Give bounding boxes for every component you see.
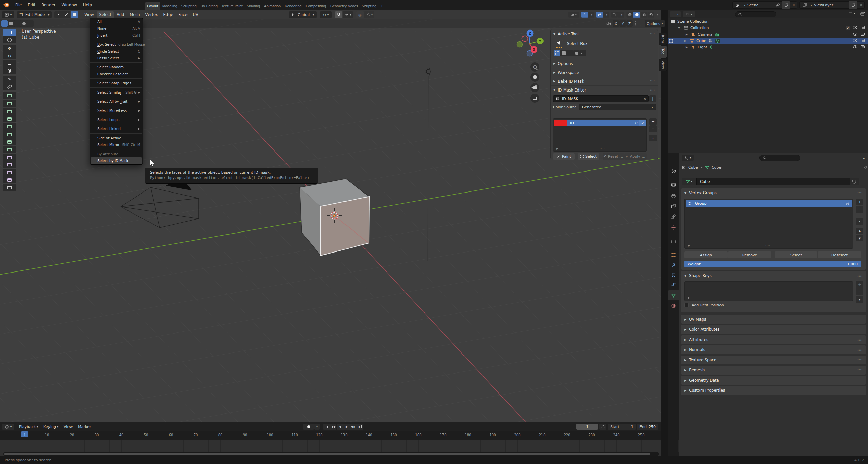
tool-edge-slide[interactable] — [3, 161, 16, 168]
select-mode-new-button[interactable] — [1, 20, 8, 27]
timeline-scrollbar[interactable] — [3, 452, 659, 456]
shading-wireframe-button[interactable] — [627, 12, 633, 18]
hide-eye-icon[interactable] — [853, 39, 857, 43]
playhead-badge[interactable]: 1 — [21, 431, 28, 437]
apply-button[interactable]: ✔Apply ... — [624, 153, 647, 160]
play-reverse-button[interactable]: ◀ — [337, 424, 343, 430]
auto-keying-button[interactable] — [303, 424, 314, 430]
properties-tab-render[interactable] — [668, 180, 679, 189]
panel-remesh[interactable]: ▶Remesh:::: — [681, 366, 866, 375]
disable-render-icon[interactable] — [861, 32, 865, 37]
properties-tab-collection[interactable] — [668, 237, 679, 246]
hide-eye-icon[interactable] — [853, 45, 857, 49]
vertex-groups-header[interactable]: ▼Vertex Groups:::: — [681, 188, 866, 197]
fake-user-shield-icon[interactable] — [850, 178, 859, 185]
edge-select-button[interactable] — [62, 11, 70, 18]
menu-item-select-similar[interactable]: Select SimilarShift G▶ — [90, 89, 143, 96]
tool-inset-faces[interactable] — [3, 108, 16, 115]
workspace-tab-sculpting[interactable]: Sculpting — [179, 2, 199, 10]
snap-settings-dropdown[interactable]: ▾ — [343, 11, 353, 18]
tool-cursor[interactable] — [3, 36, 16, 43]
sidebar-tab-tool[interactable]: Tool — [659, 46, 667, 58]
properties-tab-view-layer[interactable] — [668, 201, 679, 211]
tool-shrink-fatten[interactable] — [3, 169, 16, 176]
add-mask-button[interactable]: + — [649, 95, 656, 102]
mesh-name-field[interactable]: Cube — [696, 178, 850, 185]
collection-checkbox[interactable]: ✔ — [846, 26, 850, 30]
workspace-tab-animation[interactable]: Animation — [262, 2, 283, 10]
menu-item-select-mirror[interactable]: Select MirrorShift Ctrl M — [90, 141, 143, 148]
sk-specials-dropdown[interactable]: ▾ — [856, 296, 863, 303]
clear-mask-icon[interactable]: ✕ — [644, 97, 646, 101]
outliner-search[interactable] — [735, 11, 776, 17]
workspace-tab-rendering[interactable]: Rendering — [283, 2, 303, 10]
properties-tab-object-data[interactable] — [668, 290, 679, 300]
topbar-menu-file[interactable]: File — [12, 0, 25, 10]
pin-icon[interactable] — [776, 3, 780, 7]
tool-extrude-region[interactable] — [3, 100, 16, 107]
sidebar-tab-view[interactable]: View — [659, 59, 667, 71]
select-mode-extend-button[interactable] — [8, 20, 14, 27]
viewport-menu-select[interactable]: Select — [97, 11, 114, 18]
panel-options[interactable]: ▶Options:::: — [551, 59, 658, 68]
panel-uv-maps[interactable]: ▶UV Maps:::: — [681, 315, 866, 324]
tool-select-box[interactable] — [3, 29, 16, 36]
id-mask-list-item[interactable]: ID ↶ ✔ — [554, 120, 646, 126]
menu-item-select-linked[interactable]: Select Linked▶ — [90, 125, 143, 132]
timeline-menu-keying[interactable]: Keying▾ — [41, 422, 61, 431]
vg-list-expand[interactable]: ▶ — [688, 244, 690, 247]
xray-toggle-button[interactable] — [611, 12, 618, 18]
outliner-row-camera[interactable]: ▶Camera — [668, 31, 868, 38]
outliner-row-collection[interactable]: ▼Collection✔ — [668, 25, 868, 31]
paint-button[interactable]: Paint — [553, 153, 575, 160]
expand-toggle[interactable]: ▶ — [686, 33, 691, 36]
viewport-menu-edge[interactable]: Edge — [161, 10, 176, 19]
snap-toggle-button[interactable] — [335, 11, 342, 18]
outliner-filter-icon[interactable]: ▾ — [848, 11, 855, 16]
disable-render-icon[interactable] — [861, 45, 865, 49]
tool-add-cube[interactable] — [3, 92, 16, 99]
outliner-display-mode[interactable]: ▾ — [670, 11, 681, 17]
outliner-row-cube[interactable]: ▶Cube — [668, 38, 868, 44]
new-collection-button[interactable] — [860, 11, 865, 16]
tool-scale[interactable] — [3, 60, 16, 67]
properties-tab-output[interactable] — [668, 191, 679, 201]
id-specials-dropdown[interactable]: ▾ — [649, 135, 657, 141]
timeline-tracks[interactable] — [0, 440, 661, 452]
menu-item-select-more-less[interactable]: Select More/Less▶ — [90, 107, 143, 114]
proportional-falloff-dropdown[interactable]: ▾ — [364, 11, 374, 18]
panel-texture-space[interactable]: ▶Texture Space:::: — [681, 356, 866, 364]
toggle-grid-button[interactable] — [530, 94, 539, 103]
tool-spin[interactable] — [3, 146, 16, 153]
vg-specials-dropdown[interactable]: ▾ — [856, 218, 863, 225]
shading-dropdown[interactable]: ▾ — [654, 12, 659, 18]
vertex-group-item[interactable]: Group — [686, 200, 852, 207]
mask-name-field[interactable]: ID_MASK ✕ — [553, 95, 649, 102]
timeline-editor-type[interactable]: ▾ — [2, 424, 14, 430]
tool-bevel[interactable] — [3, 115, 16, 122]
select-mode-subtract-button[interactable] — [14, 20, 21, 27]
current-frame-field[interactable]: 1 — [576, 424, 598, 430]
menu-item-side-of-active[interactable]: Side of Active — [90, 135, 143, 141]
panel-workspace[interactable]: ▶Workspace:::: — [551, 68, 658, 77]
workspace-tab-texture-paint[interactable]: Texture Paint — [220, 2, 245, 10]
sidebar-tab-item[interactable]: Item — [659, 33, 667, 45]
timeline-ruler[interactable]: 1020304050607080901001101201301401501601… — [0, 431, 661, 440]
tool-options-dropdown[interactable]: Options▾ — [645, 20, 665, 27]
properties-editor-type[interactable]: ▾ — [682, 155, 694, 161]
shading-rendered-button[interactable] — [648, 12, 654, 18]
face-select-button[interactable] — [71, 11, 78, 18]
pan-button[interactable] — [530, 73, 539, 82]
panel-color-attributes[interactable]: ▶Color Attributes:::: — [681, 325, 866, 334]
use-preview-range-button[interactable] — [599, 424, 606, 430]
properties-tab-physics[interactable] — [668, 280, 679, 289]
workspace-tab-compositing[interactable]: Compositing — [303, 2, 328, 10]
menu-item-box-select[interactable]: Box Selectdrag-Left Mouse — [90, 41, 143, 48]
properties-tab-scene[interactable] — [668, 211, 679, 221]
vg-list-grip[interactable]: :::: — [765, 245, 770, 248]
hide-eye-icon[interactable] — [853, 32, 857, 37]
breadcrumb-object[interactable]: Cube — [688, 165, 698, 170]
tool-knife[interactable] — [3, 130, 16, 138]
tool-move[interactable]: ✥ — [3, 45, 16, 52]
scene-selector[interactable]: ▾ Scene ✕ — [732, 1, 797, 9]
